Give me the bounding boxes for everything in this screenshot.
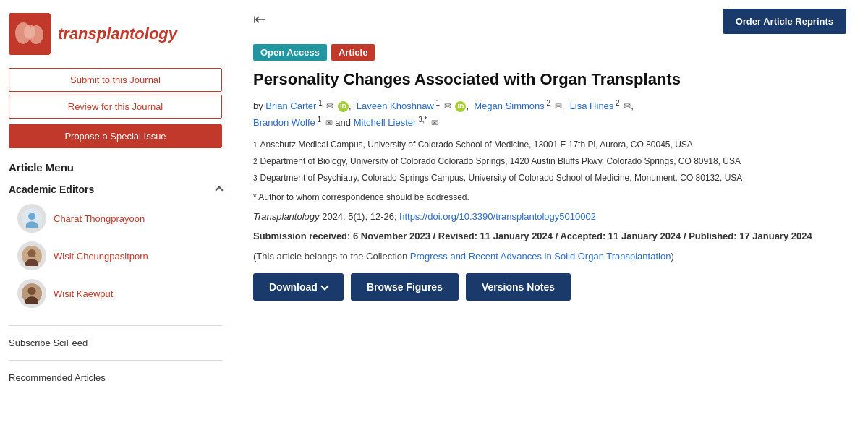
affiliation-2: 2 Department of Biology, University of C…	[253, 155, 846, 168]
doi-year: 2024	[322, 211, 343, 222]
affiliation-1: 1 Anschutz Medical Campus, University of…	[253, 138, 846, 152]
editor-avatar-1	[17, 204, 46, 233]
editor-name-2: Wisit Cheungpasitporn	[54, 251, 148, 262]
author-1-orcid-icon: ID	[338, 101, 349, 112]
author-6-email-icon: ✉	[431, 116, 438, 130]
sidebar-divider-1	[9, 325, 222, 326]
aff-text-3: Department of Psychiatry, Colorado Sprin…	[260, 171, 743, 185]
author-5-link[interactable]: Brandon Wolfe	[253, 117, 315, 128]
submit-journal-button[interactable]: Submit to this Journal	[9, 68, 222, 92]
aff-text-1: Anschutz Medical Campus, University of C…	[260, 138, 693, 152]
doi-vol: 5(1)	[348, 211, 365, 222]
affiliation-3: 3 Department of Psychiatry, Colorado Spr…	[253, 171, 846, 185]
collection-suffix: )	[671, 251, 673, 262]
article-type-badge: Article	[331, 44, 375, 61]
download-chevron-icon	[320, 282, 328, 290]
author-3-sup: 2	[545, 99, 550, 107]
action-buttons: Download Browse Figures Versions Notes	[253, 273, 846, 301]
logo-image	[9, 13, 51, 55]
doi-line: Transplantology 2024, 5(1), 12-26; https…	[253, 211, 846, 222]
propose-special-issue-button[interactable]: Propose a Special Issue	[9, 124, 222, 148]
affiliations-section: 1 Anschutz Medical Campus, University of…	[253, 138, 846, 186]
editor-item-3[interactable]: Wisit Kaewput	[9, 275, 222, 312]
first-page-icon[interactable]: ⇤	[253, 10, 266, 29]
svg-point-3	[24, 25, 35, 39]
aff-num-1: 1	[253, 139, 258, 152]
order-reprints-button[interactable]: Order Article Reprints	[723, 9, 846, 34]
author-5-sup: 1	[315, 116, 321, 124]
versions-notes-button[interactable]: Versions Notes	[466, 273, 571, 301]
top-bar: ⇤ Order Article Reprints	[253, 9, 846, 34]
doi-link[interactable]: https://doi.org/10.3390/transplantology5…	[399, 211, 596, 222]
editor-avatar-3	[17, 279, 46, 308]
by-prefix: by	[253, 100, 265, 111]
academic-editors-section: Academic Editors Charat Thongprayoon	[0, 178, 231, 319]
author-2-orcid-icon: ID	[455, 101, 466, 112]
editor-item-1[interactable]: Charat Thongprayoon	[9, 199, 222, 237]
journal-name: Transplantology	[253, 211, 320, 222]
author-1-email-icon: ✉	[326, 100, 333, 113]
download-label: Download	[269, 281, 318, 293]
doi-pages: 12-26	[370, 211, 394, 222]
collection-prefix: (This article belongs to the Collection	[253, 251, 410, 262]
open-access-badge: Open Access	[253, 44, 327, 61]
download-button[interactable]: Download	[253, 273, 344, 301]
aff-num-3: 3	[253, 173, 258, 185]
article-menu-title: Article Menu	[0, 151, 231, 178]
recommended-articles-link[interactable]: Recommended Articles	[0, 366, 231, 389]
correspondence-note: * Author to whom correspondence should b…	[253, 192, 846, 202]
sidebar: transplantology Submit to this Journal R…	[0, 0, 231, 425]
collection-link[interactable]: Progress and Recent Advances in Solid Or…	[410, 251, 671, 262]
aff-num-2: 2	[253, 156, 258, 168]
author-2-email-icon: ✉	[444, 100, 451, 113]
author-4-link[interactable]: Lisa Hines	[570, 100, 614, 111]
logo-text: transplantology	[58, 25, 177, 43]
author-3-link[interactable]: Megan Simmons	[474, 100, 545, 111]
editor-item-2[interactable]: Wisit Cheungpasitporn	[9, 237, 222, 275]
author-5-email-icon: ✉	[326, 116, 333, 130]
svg-point-8	[27, 249, 35, 257]
author-4-email-icon: ✉	[624, 100, 631, 113]
svg-point-11	[27, 287, 35, 295]
academic-editors-label: Academic Editors	[9, 184, 222, 195]
sidebar-divider-2	[9, 360, 222, 361]
authors-line: by Brian Carter 1 ✉ ID, Laveen Khoshnaw …	[253, 98, 846, 131]
editor-list: Charat Thongprayoon Wisit Cheungpasitpor…	[9, 195, 222, 317]
author-2-sup: 1	[434, 99, 440, 107]
author-4-sup: 2	[613, 99, 619, 107]
review-journal-button[interactable]: Review for this Journal	[9, 95, 222, 119]
subscribe-scifeed-link[interactable]: Subscribe SciFeed	[0, 332, 231, 354]
svg-point-5	[28, 212, 35, 220]
collapse-icon[interactable]	[215, 186, 223, 194]
author-6-link[interactable]: Mitchell Liester	[354, 117, 417, 128]
article-title: Personality Changes Associated with Orga…	[253, 69, 846, 90]
author-6-sup: 3,*	[416, 116, 427, 124]
editor-name-3: Wisit Kaewput	[54, 288, 113, 299]
editor-avatar-2	[17, 241, 46, 270]
badge-row: Open Access Article	[253, 44, 846, 61]
author-2-link[interactable]: Laveen Khoshnaw	[357, 100, 434, 111]
browse-figures-button[interactable]: Browse Figures	[351, 273, 459, 301]
author-1-link[interactable]: Brian Carter	[265, 100, 316, 111]
author-1-sup: 1	[316, 99, 322, 107]
author-3-email-icon: ✉	[555, 100, 562, 113]
dates-line: Submission received: 6 November 2023 / R…	[253, 229, 846, 244]
main-content: ⇤ Order Article Reprints Open Access Art…	[231, 0, 868, 425]
and-text: and	[335, 117, 353, 128]
editor-name-1: Charat Thongprayoon	[54, 213, 145, 224]
aff-text-2: Department of Biology, University of Col…	[260, 155, 741, 168]
logo-area: transplantology	[0, 7, 231, 65]
collection-line: (This article belongs to the Collection …	[253, 251, 846, 262]
